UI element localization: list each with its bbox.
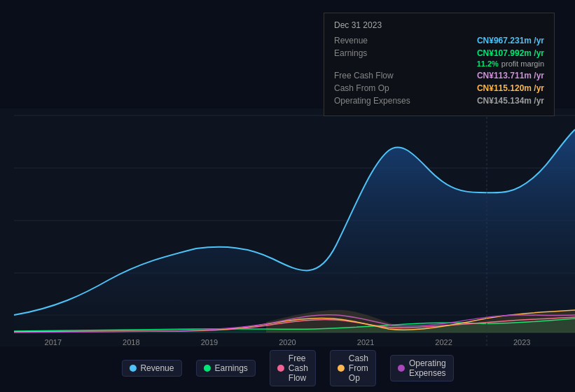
profit-margin-label: profit margin: [501, 59, 544, 68]
tooltip-opex-value: CN¥145.134m /yr: [477, 96, 544, 106]
x-axis: 2017 2018 2019 2020 2021 2022 2023: [0, 338, 575, 346]
legend-fcf-label: Free Cash Flow: [289, 354, 308, 383]
tooltip-opex-label: Operating Expenses: [334, 96, 410, 106]
x-label-2023: 2023: [513, 338, 530, 346]
x-label-2022: 2022: [435, 338, 452, 346]
legend-earnings-dot: [203, 365, 210, 372]
tooltip-fcf-row: Free Cash Flow CN¥113.711m /yr: [334, 71, 544, 80]
tooltip-box: Dec 31 2023 Revenue CN¥967.231m /yr Earn…: [324, 13, 555, 116]
legend-revenue[interactable]: Revenue: [121, 360, 181, 377]
chart-container: Dec 31 2023 Revenue CN¥967.231m /yr Earn…: [0, 0, 575, 392]
profit-margin-row: 11.2% profit margin: [334, 59, 544, 68]
tooltip-fcf-label: Free Cash Flow: [334, 71, 394, 80]
x-label-2017: 2017: [45, 338, 62, 346]
legend-opex-label: Operating Expenses: [409, 358, 446, 378]
tooltip-cashop-label: Cash From Op: [334, 83, 389, 93]
x-label-2019: 2019: [201, 338, 218, 346]
tooltip-earnings-value: CN¥107.992m /yr: [477, 48, 544, 58]
legend-revenue-label: Revenue: [140, 363, 174, 373]
tooltip-revenue-label: Revenue: [334, 36, 368, 46]
tooltip-fcf-value: CN¥113.711m /yr: [477, 71, 544, 80]
legend-cashop-label: Cash From Op: [349, 354, 368, 383]
tooltip-date: Dec 31 2023: [334, 20, 544, 30]
x-label-2018: 2018: [123, 338, 139, 346]
x-label-2021: 2021: [357, 338, 374, 346]
tooltip-cashop-value: CN¥115.120m /yr: [477, 83, 544, 93]
tooltip-opex-row: Operating Expenses CN¥145.134m /yr: [334, 96, 544, 106]
tooltip-cashop-row: Cash From Op CN¥115.120m /yr: [334, 83, 544, 93]
legend-fcf-dot: [277, 365, 284, 372]
legend-fcf[interactable]: Free Cash Flow: [270, 350, 316, 386]
tooltip-earnings-row: Earnings CN¥107.992m /yr: [334, 48, 544, 58]
x-label-2020: 2020: [279, 338, 296, 346]
profit-margin-value: 11.2%: [477, 59, 499, 68]
legend-earnings-label: Earnings: [214, 363, 247, 373]
legend-opex-dot: [398, 365, 405, 372]
legend-cashop-dot: [338, 365, 345, 372]
chart-svg: [0, 108, 575, 346]
tooltip-earnings-label: Earnings: [334, 48, 367, 58]
legend: Revenue Earnings Free Cash Flow Cash Fro…: [121, 350, 453, 386]
legend-cashop[interactable]: Cash From Op: [330, 350, 376, 386]
legend-earnings[interactable]: Earnings: [195, 360, 255, 377]
legend-opex[interactable]: Operating Expenses: [390, 355, 454, 382]
tooltip-revenue-row: Revenue CN¥967.231m /yr: [334, 36, 544, 46]
tooltip-revenue-value: CN¥967.231m /yr: [477, 36, 544, 46]
legend-revenue-dot: [129, 365, 136, 372]
